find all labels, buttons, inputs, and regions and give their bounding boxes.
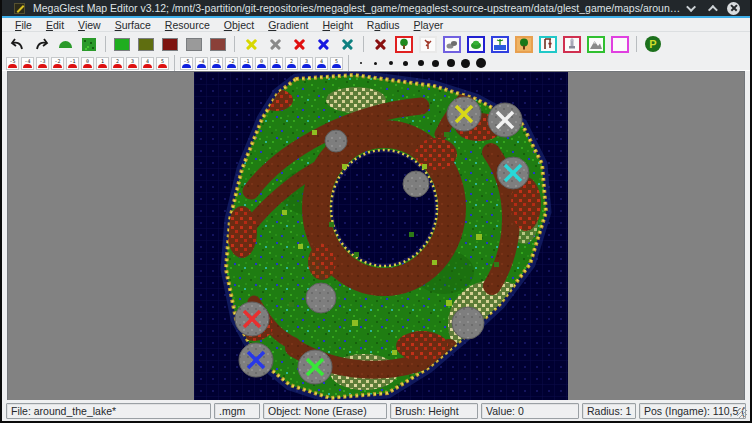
gradient-brush--2[interactable]: -2 <box>225 57 238 70</box>
surface-ground-button[interactable] <box>207 34 229 54</box>
object-tree-button[interactable] <box>393 34 415 54</box>
menu-surface[interactable]: Surface <box>108 19 158 31</box>
status-object: Object: None (Erase) <box>263 403 387 419</box>
menu-edit[interactable]: Edit <box>39 19 71 31</box>
menu-radius[interactable]: Radius <box>360 19 407 31</box>
toolbar-separator <box>363 36 364 52</box>
menu-bar: FileEditViewSurfaceResourceObjectGradien… <box>2 18 750 32</box>
status-extension: .mgm <box>214 403 260 419</box>
object-water-object-button[interactable] <box>489 34 511 54</box>
undo-icon <box>10 38 25 51</box>
resource-gold-icon <box>245 38 258 51</box>
gradient-brush-4[interactable]: 4 <box>315 57 328 70</box>
status-brush: Brush: Height <box>390 403 478 419</box>
object-invisible-icon <box>611 36 629 53</box>
radius-brush-3[interactable] <box>384 57 397 70</box>
gradient-brush--4[interactable]: -4 <box>195 57 208 70</box>
resource-custom2-button[interactable] <box>312 34 334 54</box>
height-brush-5[interactable]: 5 <box>156 57 169 70</box>
height-brush-group: -5-4-3-2-1012345 <box>6 57 169 70</box>
surface-stone-button[interactable] <box>183 34 205 54</box>
redo-icon <box>34 38 49 51</box>
object-statue-button[interactable] <box>561 34 583 54</box>
height-brush--2[interactable]: -2 <box>51 57 64 70</box>
menu-player[interactable]: Player <box>407 19 451 31</box>
resource-gold-button[interactable] <box>240 34 262 54</box>
gradient-brush-2[interactable]: 2 <box>285 57 298 70</box>
radius-brush-7[interactable] <box>444 57 457 70</box>
menu-height[interactable]: Height <box>315 19 359 31</box>
undo-button[interactable] <box>6 34 28 54</box>
height-brush-2[interactable]: 2 <box>111 57 124 70</box>
object-bush-button[interactable] <box>465 34 487 54</box>
height-brush--4[interactable]: -4 <box>21 57 34 70</box>
random-height-icon <box>82 38 96 51</box>
object-tree-icon <box>395 36 413 53</box>
height-brush-3[interactable]: 3 <box>126 57 139 70</box>
status-bar: File: around_the_lake*.mgmObject: None (… <box>2 400 750 421</box>
surface-grass-icon <box>114 38 130 51</box>
gradient-brush-1[interactable]: 1 <box>270 57 283 70</box>
surface-road-icon <box>162 38 178 51</box>
surface-secondary-grass-icon <box>138 38 154 51</box>
object-invisible-button[interactable] <box>609 34 631 54</box>
status-radius: Radius: 1 <box>582 403 636 419</box>
player-positions-toggle[interactable]: P <box>642 34 664 54</box>
gradient-brush--1[interactable]: -1 <box>240 57 253 70</box>
resource-stone-button[interactable] <box>264 34 286 54</box>
surface-road-button[interactable] <box>159 34 181 54</box>
radius-brush-2[interactable] <box>369 57 382 70</box>
radius-brush-1[interactable] <box>354 57 367 70</box>
title-bar: MegaGlest Map Editor v3.12; /mnt/3-parti… <box>2 0 750 16</box>
height-brush--5[interactable]: -5 <box>6 57 19 70</box>
resource-custom3-button[interactable] <box>336 34 358 54</box>
gradient-brush--3[interactable]: -3 <box>210 57 223 70</box>
object-hanged-button[interactable] <box>537 34 559 54</box>
surface-secondary-grass-button[interactable] <box>135 34 157 54</box>
radius-brush-8[interactable] <box>459 57 472 70</box>
menu-gradient[interactable]: Gradient <box>261 19 315 31</box>
map-canvas[interactable] <box>194 72 568 400</box>
close-icon[interactable] <box>727 2 740 15</box>
radius-brush-6[interactable] <box>429 57 442 70</box>
height-brush-1[interactable]: 1 <box>96 57 109 70</box>
gradient-brush--5[interactable]: -5 <box>180 57 193 70</box>
gradient-brush-5[interactable]: 5 <box>330 57 343 70</box>
toolbar-separator <box>234 36 235 52</box>
object-stone-button[interactable] <box>441 34 463 54</box>
redo-button[interactable] <box>30 34 52 54</box>
menu-object[interactable]: Object <box>217 19 261 31</box>
editor-canvas[interactable] <box>7 71 745 400</box>
height-brush--1[interactable]: -1 <box>66 57 79 70</box>
height-brush-button[interactable] <box>54 34 76 54</box>
height-brush-4[interactable]: 4 <box>141 57 154 70</box>
toolbar-separator <box>174 55 175 71</box>
gradient-brush-3[interactable]: 3 <box>300 57 313 70</box>
map-lake <box>332 151 436 265</box>
object-dead-tree-button[interactable] <box>417 34 439 54</box>
resource-custom3-icon <box>341 38 354 51</box>
menu-file[interactable]: File <box>8 19 39 31</box>
object-dead-tree-icon <box>419 36 437 53</box>
resource-custom1-button[interactable] <box>288 34 310 54</box>
maximize-icon[interactable] <box>708 4 718 14</box>
object-mountain-button[interactable] <box>585 34 607 54</box>
menu-resource[interactable]: Resource <box>158 19 217 31</box>
height-brush--3[interactable]: -3 <box>36 57 49 70</box>
radius-brush-4[interactable] <box>399 57 412 70</box>
random-height-button[interactable] <box>78 34 100 54</box>
object-statue-icon <box>563 36 581 53</box>
gradient-brush-0[interactable]: 0 <box>255 57 268 70</box>
radius-brush-5[interactable] <box>414 57 427 70</box>
surface-grass-button[interactable] <box>111 34 133 54</box>
radius-brush-9[interactable] <box>474 57 487 70</box>
height-brush-0[interactable]: 0 <box>81 57 94 70</box>
object-bush-icon <box>467 36 485 53</box>
resize-grip-icon[interactable] <box>737 408 747 418</box>
object-erase-button[interactable] <box>369 34 391 54</box>
object-big-tree-button[interactable] <box>513 34 535 54</box>
menu-view[interactable]: View <box>71 19 108 31</box>
app-icon <box>14 3 25 14</box>
object-mountain-icon <box>587 36 605 53</box>
object-big-tree-icon <box>515 36 533 53</box>
